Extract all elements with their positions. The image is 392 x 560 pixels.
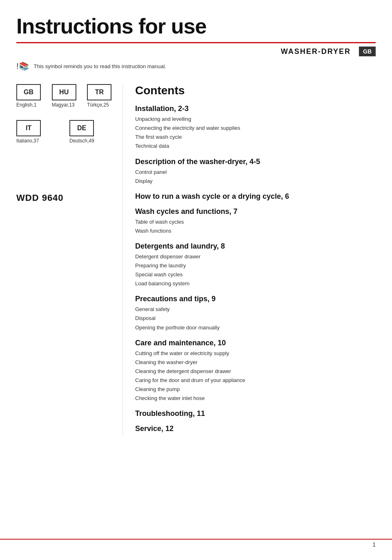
section-description-heading: Description of the washer-dryer, 4-5 [135,158,376,166]
lang-label-de: Deutsch,49 [69,138,94,144]
page-footer: 1 [372,541,376,548]
lang-block-hu: HU Magyar,13 [52,84,79,108]
section-service-heading: Service, 12 [135,424,376,433]
language-row-1: GB English,1 HU Magyar,13 TR Türkçe,25 [16,84,114,108]
lang-label-tr: Türkçe,25 [87,102,109,108]
lang-block-gb: GB English,1 [16,84,44,108]
lang-code-it: IT [16,120,41,136]
lang-code-hu: HU [52,84,76,100]
lang-label-hu: Magyar,13 [52,102,75,108]
section-installation-sub: Unpacking and levelling Connecting the e… [135,115,376,151]
lang-block-it: IT Italiano,37 [16,120,61,144]
section-washcycles-heading: Wash cycles and functions, 7 [135,207,376,216]
lang-code-gb: GB [16,84,41,100]
right-column: Contents Installation, 2-3 Unpacking and… [122,84,376,435]
lang-label-gb: English,1 [16,102,36,108]
section-troubleshooting-heading: Troubleshooting, 11 [135,409,376,418]
section-care-sub: Cutting off the water or electricity sup… [135,349,376,403]
washer-dryer-label: WASHER-DRYER [281,47,351,56]
main-title: Instructions for use [16,15,376,38]
lang-label-it: Italiano,37 [16,138,39,144]
section-care-heading: Care and maintenance, 10 [135,339,376,347]
section-installation-heading: Installation, 2-3 [135,104,376,113]
subtitle-row: WASHER-DRYER GB [16,43,376,56]
left-column: GB English,1 HU Magyar,13 TR Türkçe,25 I… [16,84,122,435]
section-washcycles-sub: Table of wash cycles Wash functions [135,218,376,236]
section-precautions-sub: General safety Disposal Opening the port… [135,305,376,332]
model-label: WDD 9640 [16,193,114,203]
info-bar: !📚 This symbol reminds you to read this … [0,56,392,76]
section-precautions-heading: Precautions and tips, 9 [135,295,376,303]
contents-title: Contents [135,84,376,97]
lang-block-tr: TR Türkçe,25 [87,84,114,108]
main-content: GB English,1 HU Magyar,13 TR Türkçe,25 I… [0,76,392,451]
info-text: This symbol reminds you to read this ins… [34,63,166,69]
bottom-divider [0,539,392,540]
lang-code-tr: TR [87,84,111,100]
section-detergents-sub: Detergent dispenser drawer Preparing the… [135,252,376,288]
gb-badge-top: GB [359,47,376,56]
language-row-2: IT Italiano,37 DE Deutsch,49 [16,120,114,144]
header: Instructions for use WASHER-DRYER GB [0,0,392,56]
section-howto-heading: How to run a wash cycle or a drying cycl… [135,192,376,201]
lang-block-de: DE Deutsch,49 [69,120,114,144]
section-detergents-heading: Detergents and laundry, 8 [135,242,376,251]
page-container: Instructions for use WASHER-DRYER GB !📚 … [0,0,392,560]
info-icon: !📚 [16,61,29,71]
lang-code-de: DE [69,120,94,136]
section-description-sub: Control panel Display [135,168,376,186]
page-number: 1 [372,541,376,548]
